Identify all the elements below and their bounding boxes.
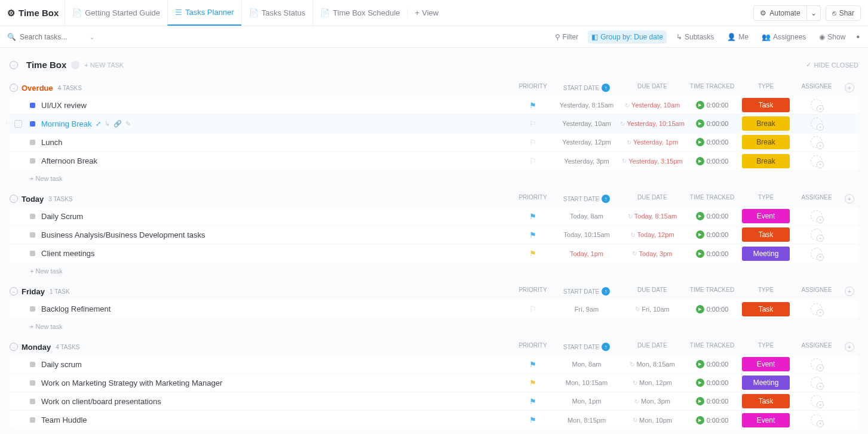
due-date-cell[interactable]: ↻Mon, 3pm — [619, 398, 685, 405]
start-date-cell[interactable]: Mon, 10:15am — [554, 379, 619, 386]
subtasks-button[interactable]: ↳ Subtasks — [673, 30, 717, 44]
col-start-date[interactable]: START DATE↑ — [554, 342, 619, 352]
task-row[interactable]: Work on client/board presentations⚑Mon, … — [10, 392, 858, 411]
collapse-icon[interactable]: – — [10, 343, 18, 351]
play-icon[interactable]: ▶ — [696, 230, 704, 239]
tab-tasks-planner[interactable]: ☰Tasks Planner — [167, 0, 241, 26]
priority-cell[interactable]: ⚑ — [512, 249, 554, 258]
type-cell[interactable]: Meeting — [739, 247, 793, 261]
assignee-placeholder-icon[interactable] — [811, 155, 823, 167]
due-date-cell[interactable]: ↻Mon, 10pm — [619, 417, 685, 424]
type-cell[interactable]: Break — [739, 135, 793, 149]
task-name[interactable]: Lunch — [41, 138, 512, 147]
tab-getting-started-guide[interactable]: 📄Getting Started Guide — [65, 0, 167, 26]
sort-badge-icon[interactable]: ↑ — [602, 84, 610, 92]
col-priority[interactable]: PRIORITY — [512, 287, 554, 296]
automate-button[interactable]: ⚙ Automate — [753, 5, 806, 21]
time-tracked-cell[interactable]: ▶0:00:00 — [685, 305, 739, 313]
time-tracked-cell[interactable]: ▶0:00:00 — [685, 230, 739, 239]
search-input[interactable] — [20, 33, 85, 41]
start-date-cell[interactable]: Yesterday, 8:15am — [554, 101, 619, 109]
assignee-cell[interactable] — [793, 303, 841, 315]
play-icon[interactable]: ▶ — [696, 360, 704, 368]
due-date-cell[interactable]: ↻Yesterday, 10:15am — [619, 120, 685, 127]
due-date-cell[interactable]: ↻Today, 12pm — [619, 231, 685, 238]
priority-cell[interactable]: ⚑ — [512, 212, 554, 221]
assignee-placeholder-icon[interactable] — [811, 414, 823, 426]
start-date-cell[interactable]: Today, 8am — [554, 213, 619, 220]
col-assignee[interactable]: ASSIGNEE — [793, 287, 841, 296]
expand-icon[interactable]: ⤢ — [96, 120, 101, 128]
type-cell[interactable]: Break — [739, 116, 793, 131]
start-date-cell[interactable]: Fri, 9am — [554, 306, 619, 313]
assignee-placeholder-icon[interactable] — [811, 118, 823, 130]
play-icon[interactable]: ▶ — [696, 397, 704, 405]
col-type[interactable]: TYPE — [739, 83, 793, 93]
priority-cell[interactable]: ⚐ — [512, 138, 554, 147]
add-column-button[interactable]: + — [841, 287, 858, 296]
search-wrap[interactable]: 🔍 ⌄ — [7, 33, 109, 41]
task-name[interactable]: Team Huddle — [41, 415, 512, 424]
task-name[interactable]: Work on Marketing Strategy with Marketin… — [41, 378, 512, 387]
time-tracked-cell[interactable]: ▶0:00:00 — [685, 416, 739, 424]
filter-button[interactable]: ⚲ Filter — [551, 30, 582, 44]
link-icon[interactable]: 🔗 — [114, 120, 122, 128]
group-name[interactable]: Friday — [22, 287, 45, 296]
assignee-placeholder-icon[interactable] — [811, 358, 823, 370]
assignee-cell[interactable] — [793, 229, 841, 241]
more-button[interactable]: • — [855, 32, 861, 42]
play-icon[interactable]: ▶ — [696, 101, 704, 109]
time-tracked-cell[interactable]: ▶0:00:00 — [685, 212, 739, 220]
task-name[interactable]: Business Analysis/Business Development t… — [41, 230, 512, 239]
status-square-icon[interactable] — [30, 380, 35, 386]
collapse-icon[interactable]: – — [10, 287, 18, 296]
task-name[interactable]: UI/UX review — [41, 101, 512, 110]
status-square-icon[interactable] — [30, 121, 35, 127]
start-date-cell[interactable]: Mon, 1pm — [554, 398, 619, 405]
time-tracked-cell[interactable]: ▶0:00:00 — [685, 397, 739, 405]
priority-cell[interactable]: ⚑ — [512, 230, 554, 239]
assignee-placeholder-icon[interactable] — [811, 303, 823, 315]
play-icon[interactable]: ▶ — [696, 212, 704, 220]
task-name[interactable]: Daily scrum — [41, 360, 512, 369]
time-tracked-cell[interactable]: ▶0:00:00 — [685, 378, 739, 387]
assignee-cell[interactable] — [793, 414, 841, 426]
start-date-cell[interactable]: Yesterday, 12pm — [554, 138, 619, 146]
col-start-date[interactable]: START DATE↑ — [554, 83, 619, 93]
task-row[interactable]: Business Analysis/Business Development t… — [10, 226, 858, 244]
start-date-cell[interactable]: Mon, 8am — [554, 361, 619, 368]
task-row[interactable]: Daily scrum⚑Mon, 8am↻Mon, 8:15am▶0:00:00… — [10, 355, 858, 374]
priority-cell[interactable]: ⚐ — [512, 156, 554, 165]
priority-cell[interactable]: ⚑ — [512, 415, 554, 424]
task-name[interactable]: Work on client/board presentations — [41, 397, 512, 406]
due-date-cell[interactable]: ↻Yesterday, 10am — [619, 101, 685, 109]
status-square-icon[interactable] — [30, 417, 35, 423]
col-priority[interactable]: PRIORITY — [512, 342, 554, 352]
type-cell[interactable]: Task — [739, 394, 793, 408]
assignee-placeholder-icon[interactable] — [811, 377, 823, 389]
assignee-placeholder-icon[interactable] — [811, 229, 823, 241]
col-time-tracked[interactable]: TIME TRACKED — [685, 83, 739, 93]
new-task-row[interactable]: + New task — [10, 318, 858, 333]
play-icon[interactable]: ▶ — [696, 378, 704, 387]
edit-icon[interactable]: ✎ — [125, 120, 131, 128]
col-due-date[interactable]: DUE DATE — [619, 342, 685, 352]
new-task-row[interactable]: + New task — [10, 170, 858, 184]
play-icon[interactable]: ▶ — [696, 250, 704, 258]
new-task-row[interactable]: + New task — [10, 263, 858, 277]
share-button[interactable]: ⎋ Shar — [826, 5, 861, 21]
due-date-cell[interactable]: ↻Mon, 12pm — [619, 379, 685, 386]
subtask-icon[interactable]: ↳ — [105, 120, 110, 128]
start-date-cell[interactable]: Today, 1pm — [554, 250, 619, 257]
time-tracked-cell[interactable]: ▶0:00:00 — [685, 101, 739, 109]
tab-tasks-status[interactable]: 📄Tasks Status — [241, 0, 313, 26]
assignee-placeholder-icon[interactable] — [811, 210, 823, 222]
me-button[interactable]: 👤 Me — [723, 30, 752, 44]
automate-dropdown[interactable]: ⌄ — [807, 5, 821, 21]
new-task-button[interactable]: + NEW TASK — [84, 61, 124, 69]
priority-cell[interactable]: ⚑ — [512, 360, 554, 369]
priority-cell[interactable]: ⚐ — [512, 119, 554, 128]
due-date-cell[interactable]: ↻Yesterday, 1pm — [619, 138, 685, 146]
status-square-icon[interactable] — [30, 103, 35, 108]
type-cell[interactable]: Event — [739, 413, 793, 427]
